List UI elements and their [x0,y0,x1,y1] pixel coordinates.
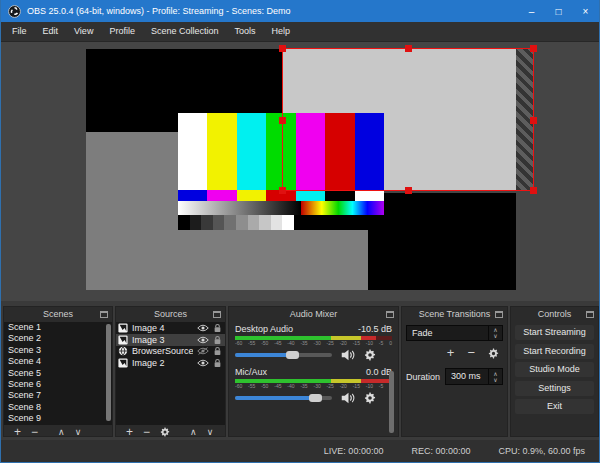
scene-list-item[interactable]: Scene 6 [4,379,112,390]
source-row[interactable]: Image 2 [116,357,225,369]
start-recording-button[interactable]: Start Recording [515,344,594,359]
add-scene-button[interactable]: + [9,426,26,438]
tick-label: 0 [389,340,392,346]
transition-select[interactable]: Fade ∧∨ [406,325,503,341]
titlebar[interactable]: OBS 25.0.4 (64-bit, windows) - Profile: … [1,0,599,22]
speaker-icon[interactable] [341,392,356,404]
chevron-down-icon[interactable]: ∨ [493,377,497,383]
combo-spinner[interactable]: ∧∨ [488,326,502,340]
menu-profile[interactable]: Profile [101,22,143,41]
studio-mode-button[interactable]: Studio Mode [515,362,594,377]
scene-up-button[interactable]: ∧ [53,426,70,438]
start-streaming-button[interactable]: Start Streaming [515,325,594,340]
panel-float-icon[interactable] [100,311,108,318]
panel-float-icon[interactable] [586,311,594,318]
scene-list-item[interactable]: Scene 1 [4,322,112,333]
remove-source-button[interactable]: − [138,426,155,438]
channel-settings-gear-icon[interactable] [364,349,376,361]
scene-list-item[interactable]: Scene 7 [4,390,112,401]
lock-icon[interactable] [213,335,222,345]
speaker-icon[interactable] [341,349,356,361]
remove-scene-button[interactable]: − [26,426,43,438]
scene-list-item[interactable]: Scene 8 [4,402,112,413]
maximize-button[interactable]: □ [545,0,572,22]
channel-name: Desktop Audio [235,324,293,334]
exit-button[interactable]: Exit [515,399,594,414]
visibility-eye-icon[interactable] [197,359,209,367]
lock-icon[interactable] [213,323,222,333]
source-properties-gear-icon[interactable] [155,427,175,437]
menu-tools[interactable]: Tools [226,22,263,41]
resize-handle-bottom-left[interactable] [279,187,286,194]
scenes-scrollbar[interactable] [106,324,111,421]
close-button[interactable]: × [572,0,599,22]
resize-handle-top-left[interactable] [279,45,286,52]
remove-transition-button[interactable]: − [467,347,475,359]
menu-help[interactable]: Help [263,22,298,41]
tick-label: -5 [379,340,383,346]
image-source-icon [118,335,128,345]
scene-list-item[interactable]: Scene 9 [4,413,112,424]
selection-bounding-box[interactable] [282,48,534,191]
settings-button[interactable]: Settings [515,381,594,396]
tick-label: -30 [313,383,320,389]
colorbar-segment [213,215,225,230]
menu-scene-collection[interactable]: Scene Collection [143,22,227,41]
menu-view[interactable]: View [66,22,101,41]
panel-float-icon[interactable] [386,311,394,318]
sources-panel-header[interactable]: Sources [116,307,225,322]
volume-slider-handle[interactable] [286,351,299,359]
audio-mixer-header[interactable]: Audio Mixer [229,307,398,322]
volume-slider-fill [235,396,315,400]
duration-spinbox[interactable]: 300 ms ∧∨ [445,368,503,385]
visibility-eye-icon[interactable] [197,336,209,344]
scene-list-item[interactable]: Scene 5 [4,368,112,379]
source-name: BrowserSource [132,346,193,356]
controls-header[interactable]: Controls [511,307,598,322]
source-up-button[interactable]: ∧ [185,426,202,438]
source-row[interactable]: Image 4 [116,322,225,334]
scene-list-item[interactable]: Scene 4 [4,356,112,367]
source-row[interactable]: BrowserSource [116,346,225,358]
image-source-icon [118,358,128,368]
resize-handle-mid-right[interactable] [530,117,537,124]
menu-edit[interactable]: Edit [35,22,67,41]
add-source-button[interactable]: + [121,426,138,438]
volume-slider[interactable] [235,396,332,400]
volume-slider[interactable] [235,353,332,357]
panel-float-icon[interactable] [495,311,503,318]
visibility-eye-icon[interactable] [197,324,209,332]
panel-float-icon[interactable] [213,311,221,318]
chevron-down-icon[interactable]: ∨ [493,333,497,339]
add-transition-button[interactable]: + [447,347,455,359]
source-row[interactable]: Image 3 [116,334,225,346]
transition-properties-gear-icon[interactable] [488,348,499,359]
minimize-button[interactable]: – [518,0,545,22]
lock-icon[interactable] [213,358,222,368]
resize-handle-top-center[interactable] [405,45,412,52]
colorbar-segment [355,190,384,201]
scene-transitions-header[interactable]: Scene Transitions [402,307,507,322]
scene-list-item[interactable]: Scene 2 [4,333,112,344]
source-down-button[interactable]: ∨ [202,426,219,438]
duration-spinner[interactable]: ∧∨ [488,369,502,384]
resize-handle-bottom-center[interactable] [405,187,412,194]
resize-handle-mid-left[interactable] [279,117,286,124]
mixer-scrollbar[interactable] [389,371,394,433]
volume-slider-handle[interactable] [309,394,322,402]
channel-settings-gear-icon[interactable] [364,392,376,404]
menu-file[interactable]: File [4,22,35,41]
sources-list[interactable]: Image 4Image 3BrowserSourceImage 2 [116,322,225,425]
scene-down-button[interactable]: ∨ [70,426,87,438]
scenes-panel-header[interactable]: Scenes [4,307,112,322]
visibility-eye-off-icon[interactable] [197,347,209,355]
mixer-channel-desktop-audio: Desktop Audio -10.5 dB -60-55-50-45-40-3… [229,322,398,361]
resize-handle-bottom-right[interactable] [530,187,537,194]
lock-icon[interactable] [213,346,222,356]
scenes-list[interactable]: Scene 1Scene 2Scene 3Scene 4Scene 5Scene… [4,322,112,425]
scene-list-item[interactable]: Scene 3 [4,345,112,356]
source-black-rect-bottom[interactable] [368,193,516,290]
scene-preview[interactable] [1,42,599,301]
resize-handle-top-right[interactable] [530,45,537,52]
source-name: Image 3 [132,335,193,345]
